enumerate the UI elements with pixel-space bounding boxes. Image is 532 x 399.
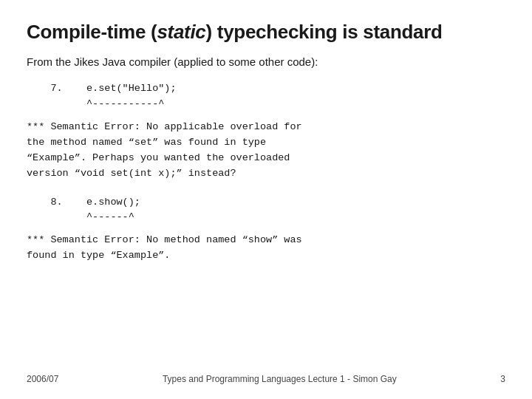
code-line-2-2: ^------^ (27, 210, 505, 225)
title-prefix: Compile-time ( (27, 21, 157, 43)
footer-description: Types and Programming Languages Lecture … (66, 374, 493, 384)
title-suffix: ) typechecking is standard (206, 21, 443, 43)
slide-subtitle: From the Jikes Java compiler (applied to… (27, 55, 505, 68)
error-block-1: *** Semantic Error: No applicable overlo… (27, 120, 505, 182)
footer-page: 3 (500, 374, 505, 384)
code-line-1-2: ^-----------^ (27, 97, 505, 112)
slide-title: Compile-time (static) typechecking is st… (27, 21, 505, 44)
slide-footer: 2006/07 Types and Programming Languages … (27, 366, 505, 384)
error-block-2: *** Semantic Error: No method named “sho… (27, 233, 505, 264)
footer-year: 2006/07 (27, 374, 58, 384)
code-block-1: 7. e.set("Hello"); ^-----------^ (27, 81, 505, 112)
code-line-1-1: 7. e.set("Hello"); (27, 81, 505, 97)
code-line-2-1: 8. e.show(); (27, 195, 505, 211)
code-block-2: 8. e.show(); ^------^ (27, 195, 505, 226)
slide: Compile-time (static) typechecking is st… (0, 0, 532, 399)
title-italic: static (157, 21, 205, 43)
